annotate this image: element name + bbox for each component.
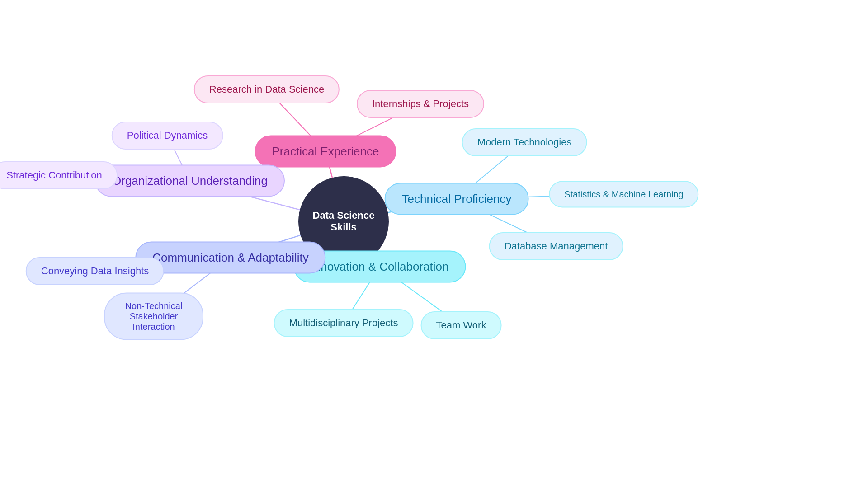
team-work-node[interactable]: Team Work bbox=[421, 311, 502, 339]
organizational-understanding-label: Organizational Understanding bbox=[112, 174, 268, 188]
strategic-contribution-node[interactable]: Strategic Contribution bbox=[0, 161, 118, 189]
strategic-contribution-label: Strategic Contribution bbox=[6, 169, 102, 181]
mind-map: Data Science Skills Practical Experience… bbox=[0, 0, 868, 488]
center-label: Data Science Skills bbox=[298, 210, 389, 233]
multidisciplinary-projects-node[interactable]: Multidisciplinary Projects bbox=[274, 309, 414, 337]
research-data-science-node[interactable]: Research in Data Science bbox=[194, 75, 340, 103]
modern-technologies-node[interactable]: Modern Technologies bbox=[462, 128, 587, 156]
conveying-data-insights-node[interactable]: Conveying Data Insights bbox=[26, 257, 164, 285]
modern-technologies-label: Modern Technologies bbox=[477, 136, 572, 148]
connections-svg bbox=[0, 0, 868, 488]
communication-adaptability-label: Communication & Adaptability bbox=[152, 251, 308, 265]
statistics-ml-label: Statistics & Machine Learning bbox=[564, 189, 683, 200]
conveying-data-insights-label: Conveying Data Insights bbox=[41, 265, 149, 277]
research-data-science-label: Research in Data Science bbox=[209, 84, 324, 95]
practical-experience-node[interactable]: Practical Experience bbox=[255, 136, 396, 168]
innovation-collaboration-label: Innovation & Collaboration bbox=[311, 260, 449, 274]
political-dynamics-label: Political Dynamics bbox=[127, 130, 208, 141]
internships-projects-label: Internships & Projects bbox=[372, 98, 469, 110]
technical-proficiency-label: Technical Proficiency bbox=[402, 192, 512, 206]
team-work-label: Team Work bbox=[436, 319, 486, 331]
political-dynamics-node[interactable]: Political Dynamics bbox=[112, 122, 223, 150]
database-management-label: Database Management bbox=[505, 240, 608, 252]
non-technical-stakeholder-node[interactable]: Non-Technical Stakeholder Interaction bbox=[104, 293, 203, 340]
communication-adaptability-node[interactable]: Communication & Adaptability bbox=[135, 242, 326, 274]
practical-experience-label: Practical Experience bbox=[272, 145, 379, 159]
non-technical-stakeholder-label: Non-Technical Stakeholder Interaction bbox=[119, 301, 188, 332]
multidisciplinary-projects-label: Multidisciplinary Projects bbox=[289, 317, 398, 329]
organizational-understanding-node[interactable]: Organizational Understanding bbox=[95, 165, 285, 197]
technical-proficiency-node[interactable]: Technical Proficiency bbox=[385, 183, 529, 215]
database-management-node[interactable]: Database Management bbox=[489, 232, 623, 260]
statistics-ml-node[interactable]: Statistics & Machine Learning bbox=[549, 181, 698, 208]
internships-projects-node[interactable]: Internships & Projects bbox=[357, 90, 484, 118]
